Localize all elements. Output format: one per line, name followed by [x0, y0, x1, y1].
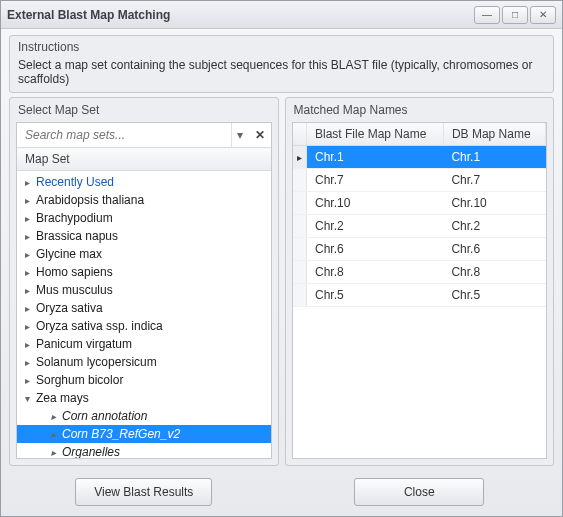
dialog-window: External Blast Map Matching — □ ✕ Instru…: [0, 0, 563, 517]
view-blast-results-button[interactable]: View Blast Results: [75, 478, 212, 506]
tree-item-label: Zea mays: [36, 391, 89, 405]
maximize-button[interactable]: □: [502, 6, 528, 24]
x-icon: ✕: [255, 128, 265, 142]
cell-blast-map: Chr.1: [307, 146, 444, 169]
expand-icon[interactable]: ▸: [21, 213, 33, 224]
expand-icon[interactable]: ▾: [21, 393, 33, 404]
tree-item[interactable]: ▸Oryza sativa: [17, 299, 271, 317]
tree-item[interactable]: ▸Brachypodium: [17, 209, 271, 227]
cell-blast-map: Chr.6: [307, 238, 444, 261]
row-indicator: [293, 238, 307, 261]
row-indicator: [293, 192, 307, 215]
tree-item[interactable]: ▸Corn B73_RefGen_v2: [17, 425, 271, 443]
table-row[interactable]: Chr.2Chr.2: [293, 215, 546, 238]
search-input[interactable]: [17, 123, 231, 147]
tree-item-label: Corn B73_RefGen_v2: [62, 427, 180, 441]
row-indicator: [293, 284, 307, 307]
tree-item[interactable]: ▸Homo sapiens: [17, 263, 271, 281]
window-controls: — □ ✕: [474, 6, 556, 24]
table-row[interactable]: Chr.5Chr.5: [293, 284, 546, 307]
mapset-body: ▾ ✕ Map Set ▸Recently Used▸Arabidopsis t…: [16, 122, 272, 459]
tree-item[interactable]: ▸Solanum lycopersicum: [17, 353, 271, 371]
close-window-button[interactable]: ✕: [530, 6, 556, 24]
tree-item[interactable]: ▸Mus musculus: [17, 281, 271, 299]
expand-icon[interactable]: ▸: [47, 411, 59, 422]
tree-item-label: Brassica napus: [36, 229, 118, 243]
matched-body: Blast File Map Name DB Map Name ▸Chr.1Ch…: [292, 122, 548, 459]
expand-icon[interactable]: ▸: [21, 303, 33, 314]
cell-db-map: Chr.7: [443, 169, 545, 192]
minimize-icon: —: [482, 9, 492, 20]
col-blast-map[interactable]: Blast File Map Name: [307, 123, 444, 146]
mapset-tree[interactable]: ▸Recently Used▸Arabidopsis thaliana▸Brac…: [17, 171, 271, 458]
instructions-header: Instructions: [10, 36, 553, 56]
expand-icon[interactable]: ▸: [21, 195, 33, 206]
titlebar: External Blast Map Matching — □ ✕: [1, 1, 562, 29]
cell-db-map: Chr.5: [443, 284, 545, 307]
cell-db-map: Chr.1: [443, 146, 545, 169]
instructions-panel: Instructions Select a map set containing…: [9, 35, 554, 93]
tree-item[interactable]: ▸Corn annotation: [17, 407, 271, 425]
search-clear-button[interactable]: ✕: [249, 123, 271, 147]
expand-icon[interactable]: ▸: [47, 429, 59, 440]
col-db-map[interactable]: DB Map Name: [443, 123, 545, 146]
expand-icon[interactable]: ▸: [21, 267, 33, 278]
chevron-down-icon: ▾: [237, 128, 243, 142]
tree-item[interactable]: ▸Arabidopsis thaliana: [17, 191, 271, 209]
tree-item-label: Corn annotation: [62, 409, 147, 423]
tree-item[interactable]: ▸Organelles: [17, 443, 271, 458]
search-dropdown-button[interactable]: ▾: [231, 123, 249, 147]
row-indicator: ▸: [293, 146, 307, 169]
expand-icon[interactable]: ▸: [21, 357, 33, 368]
row-indicator: [293, 261, 307, 284]
tree-item-label: Sorghum bicolor: [36, 373, 123, 387]
main-area: Select Map Set ▾ ✕ Map Set ▸Recently Use…: [1, 97, 562, 472]
tree-item-label: Recently Used: [36, 175, 114, 189]
expand-icon[interactable]: ▸: [21, 285, 33, 296]
expand-icon[interactable]: ▸: [21, 231, 33, 242]
matched-grid[interactable]: Blast File Map Name DB Map Name ▸Chr.1Ch…: [293, 123, 547, 458]
row-indicator: [293, 169, 307, 192]
cell-blast-map: Chr.7: [307, 169, 444, 192]
cell-db-map: Chr.8: [443, 261, 545, 284]
search-row: ▾ ✕: [17, 123, 271, 148]
tree-item-label: Solanum lycopersicum: [36, 355, 157, 369]
tree-item[interactable]: ▸Brassica napus: [17, 227, 271, 245]
table-row[interactable]: Chr.7Chr.7: [293, 169, 546, 192]
maximize-icon: □: [512, 9, 518, 20]
cell-db-map: Chr.10: [443, 192, 545, 215]
table-row[interactable]: ▸Chr.1Chr.1: [293, 146, 546, 169]
close-button[interactable]: Close: [354, 478, 484, 506]
cell-blast-map: Chr.2: [307, 215, 444, 238]
tree-item-label: Mus musculus: [36, 283, 113, 297]
tree-item-label: Oryza sativa: [36, 301, 103, 315]
row-header-col: [293, 123, 307, 146]
tree-item[interactable]: ▸Recently Used: [17, 173, 271, 191]
table-row[interactable]: Chr.8Chr.8: [293, 261, 546, 284]
tree-item-label: Arabidopsis thaliana: [36, 193, 144, 207]
matched-header: Matched Map Names: [286, 98, 554, 122]
tree-item[interactable]: ▸Oryza sativa ssp. indica: [17, 317, 271, 335]
tree-item-label: Brachypodium: [36, 211, 113, 225]
expand-icon[interactable]: ▸: [21, 321, 33, 332]
expand-icon[interactable]: ▸: [21, 339, 33, 350]
minimize-button[interactable]: —: [474, 6, 500, 24]
tree-item-label: Organelles: [62, 445, 120, 458]
tree-item-label: Glycine max: [36, 247, 102, 261]
mapset-header: Select Map Set: [10, 98, 278, 122]
expand-icon[interactable]: ▸: [21, 375, 33, 386]
mapset-column-header[interactable]: Map Set: [17, 148, 271, 171]
tree-item-label: Homo sapiens: [36, 265, 113, 279]
tree-item[interactable]: ▾Zea mays: [17, 389, 271, 407]
cell-blast-map: Chr.8: [307, 261, 444, 284]
tree-item[interactable]: ▸Panicum virgatum: [17, 335, 271, 353]
table-row[interactable]: Chr.6Chr.6: [293, 238, 546, 261]
expand-icon[interactable]: ▸: [21, 177, 33, 188]
tree-item[interactable]: ▸Sorghum bicolor: [17, 371, 271, 389]
tree-item[interactable]: ▸Glycine max: [17, 245, 271, 263]
expand-icon[interactable]: ▸: [47, 447, 59, 458]
table-row[interactable]: Chr.10Chr.10: [293, 192, 546, 215]
window-title: External Blast Map Matching: [7, 8, 474, 22]
expand-icon[interactable]: ▸: [21, 249, 33, 260]
tree-item-label: Oryza sativa ssp. indica: [36, 319, 163, 333]
